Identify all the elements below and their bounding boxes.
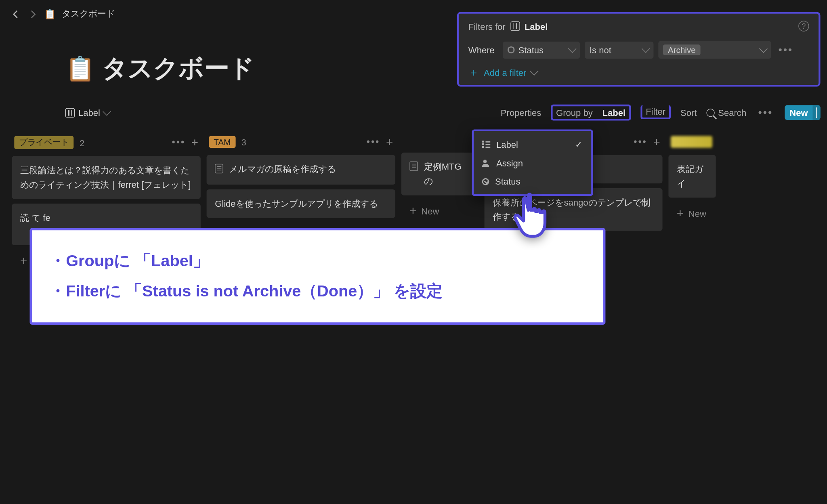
new-button-chevron[interactable] xyxy=(812,105,820,120)
doc-icon xyxy=(215,163,223,177)
group-by-button[interactable]: Group by Label xyxy=(551,105,631,121)
filter-rule-more-icon[interactable]: ••• xyxy=(776,44,796,56)
title-text[interactable]: タスクボード xyxy=(102,52,255,85)
column-header xyxy=(401,134,479,153)
board-card[interactable]: 定例MTGの xyxy=(401,153,479,195)
new-button[interactable]: New xyxy=(785,105,821,120)
add-filter-button[interactable]: ＋ Add a filter xyxy=(468,67,809,78)
column-count: 3 xyxy=(241,137,246,147)
filter-value-pill: Archive xyxy=(663,44,700,55)
dropdown-item-assign[interactable]: Assign xyxy=(474,154,591,172)
column-tag[interactable]: TAM xyxy=(209,136,235,148)
sort-button[interactable]: Sort xyxy=(680,107,697,118)
add-card-button[interactable]: +New xyxy=(401,200,479,221)
filters-for-label: Filters for xyxy=(468,21,506,31)
status-dot-icon xyxy=(508,46,515,54)
pointer-hand-icon xyxy=(510,190,553,241)
column-more-icon[interactable]: ••• xyxy=(172,137,186,148)
chevron-down-icon xyxy=(530,67,538,76)
board-card[interactable]: メルマガの原稿を作成する xyxy=(207,155,395,185)
column-tag[interactable]: プライベート xyxy=(14,136,73,149)
column-more-icon[interactable]: ••• xyxy=(367,136,380,147)
plus-icon: + xyxy=(20,255,27,267)
check-icon: ✓ xyxy=(575,139,583,149)
column-header: TAM 3 ••• + xyxy=(207,134,395,155)
view-tab[interactable]: Label xyxy=(65,107,110,118)
dropdown-item-status[interactable]: Status xyxy=(474,172,591,191)
search-icon xyxy=(706,108,715,117)
filter-property-select[interactable]: Status xyxy=(503,41,580,59)
breadcrumb[interactable]: タスクボード xyxy=(62,8,115,20)
column-header: プライベート 2 ••• + xyxy=(12,134,200,156)
filter-where-label: Where xyxy=(468,45,495,55)
board-card[interactable]: 表記ガイ xyxy=(668,155,716,198)
annotation-line: ・Groupに 「Label」 xyxy=(50,246,585,276)
forward-arrow-icon[interactable] xyxy=(27,8,38,19)
board-card[interactable]: 三段論法とは？説得力のある文章を書くためのライティング技法｜ferret [フェ… xyxy=(12,156,200,199)
filter-panel-header: Filters for Label ? xyxy=(468,21,809,31)
back-arrow-icon[interactable] xyxy=(10,8,21,19)
help-icon[interactable]: ? xyxy=(798,21,809,31)
filter-value-select[interactable]: Archive xyxy=(659,41,771,59)
chevron-down-icon xyxy=(103,107,111,116)
annotation-callout: ・Groupに 「Label」 ・Filterに 「Status is not … xyxy=(30,228,606,324)
chevron-down-icon xyxy=(642,44,650,53)
group-by-dropdown: Label ✓ Assign Status xyxy=(472,129,593,196)
filter-operator-select[interactable]: Is not xyxy=(585,41,654,59)
toolbar-more-icon[interactable]: ••• xyxy=(756,106,775,119)
board-view-icon xyxy=(510,21,520,31)
column-tag-blurred xyxy=(671,136,712,148)
doc-icon xyxy=(409,161,418,175)
column-header xyxy=(668,134,716,155)
board-view-icon xyxy=(65,108,75,118)
title-emoji-icon[interactable]: 📋 xyxy=(65,55,95,82)
column-add-icon[interactable]: + xyxy=(191,136,198,148)
search-button[interactable]: Search xyxy=(706,107,746,118)
board-card[interactable]: Glideを使ったサンプルアプリを作成する xyxy=(207,189,395,218)
column-count: 2 xyxy=(80,137,84,147)
add-card-button[interactable]: +New xyxy=(668,202,716,224)
annotation-line: ・Filterに 「Status is not Archive（Done）」 を… xyxy=(50,276,585,307)
dropdown-item-label[interactable]: Label ✓ xyxy=(474,135,591,154)
board-column: 表記ガイ +New xyxy=(668,134,716,271)
properties-button[interactable]: Properties xyxy=(501,107,542,118)
view-toolbar: Label Properties Group by Label Filter S… xyxy=(65,105,821,121)
plus-icon: + xyxy=(677,207,684,219)
column-add-icon[interactable]: + xyxy=(386,136,393,148)
page-emoji-icon: 📋 xyxy=(44,8,56,20)
people-icon xyxy=(482,160,491,167)
filter-button[interactable]: Filter xyxy=(640,105,671,119)
status-circle-icon xyxy=(482,178,489,185)
plus-icon: ＋ xyxy=(468,67,479,78)
filter-rule-row: Where Status Is not Archive ••• xyxy=(468,41,809,59)
list-icon xyxy=(482,141,491,148)
chevron-down-icon xyxy=(759,44,768,53)
filter-view-name: Label xyxy=(525,21,548,31)
plus-icon: + xyxy=(409,205,416,216)
column-add-icon[interactable]: + xyxy=(653,136,660,148)
chevron-down-icon xyxy=(568,44,577,53)
column-more-icon[interactable]: ••• xyxy=(634,136,647,147)
filter-panel: Filters for Label ? Where Status Is not … xyxy=(457,12,821,86)
